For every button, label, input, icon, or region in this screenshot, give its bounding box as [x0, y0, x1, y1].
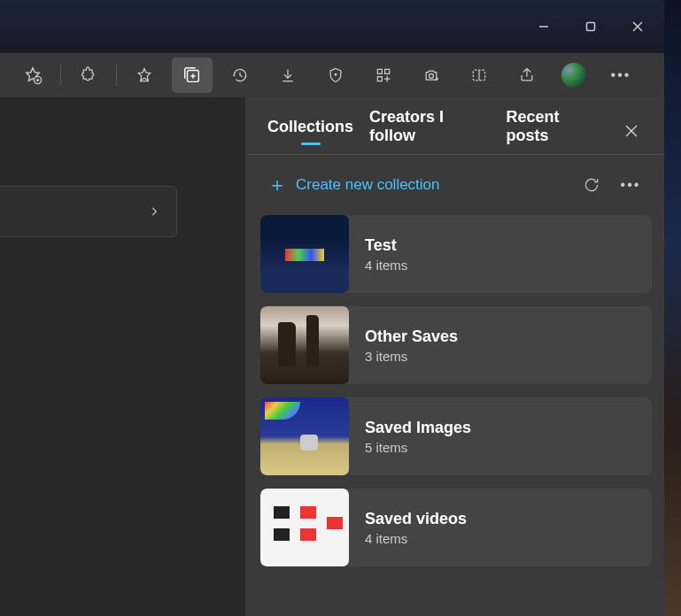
collection-thumbnail — [260, 215, 349, 293]
window-minimize-button[interactable] — [523, 12, 563, 41]
screenshot-icon[interactable] — [411, 58, 452, 93]
svg-rect-16 — [377, 77, 382, 81]
collection-subtitle: 4 items — [365, 258, 407, 273]
tab-creators[interactable]: Creators I follow — [369, 108, 491, 154]
more-icon[interactable]: ••• — [600, 58, 641, 93]
create-collection-button[interactable]: Create new collection — [296, 176, 440, 194]
svg-point-19 — [429, 73, 434, 78]
close-panel-button[interactable] — [619, 118, 645, 144]
chevron-right-icon — [148, 205, 160, 218]
profile-avatar[interactable] — [561, 63, 586, 88]
collection-title: Saved Images — [365, 419, 471, 437]
collection-subtitle: 3 items — [365, 349, 458, 364]
svg-rect-1 — [586, 23, 594, 31]
desktop-wallpaper-edge — [664, 0, 681, 616]
panel-actions: ＋ Create new collection ••• — [248, 155, 664, 215]
collection-thumbnail — [260, 489, 349, 566]
collection-text: Saved videos 4 items — [349, 510, 483, 546]
content-area: Collections Creators I follow Recent pos… — [0, 97, 664, 616]
collection-text: Saved Images 5 items — [349, 419, 487, 455]
collections-list: Test 4 items Other Saves 3 items Saved I… — [248, 215, 664, 566]
collections-panel: Collections Creators I follow Recent pos… — [248, 97, 664, 616]
extensions-icon[interactable] — [68, 58, 109, 93]
collection-item[interactable]: Saved videos 4 items — [260, 489, 652, 566]
tab-collections[interactable]: Collections — [267, 118, 353, 145]
collection-item[interactable]: Other Saves 3 items — [260, 306, 652, 384]
tab-recent-posts[interactable]: Recent posts — [507, 108, 603, 154]
page-card[interactable] — [0, 186, 177, 237]
collection-title: Test — [365, 236, 407, 255]
downloads-icon[interactable] — [267, 58, 308, 93]
panel-more-button[interactable]: ••• — [616, 171, 645, 199]
refresh-button[interactable] — [577, 171, 606, 199]
panel-tabs: Collections Creators I follow Recent pos… — [248, 97, 664, 154]
window-titlebar — [0, 0, 664, 53]
share-icon[interactable] — [507, 58, 547, 93]
collection-title: Other Saves — [365, 327, 458, 346]
plus-icon: ＋ — [267, 175, 285, 195]
window-maximize-button[interactable] — [570, 12, 610, 41]
svg-rect-15 — [385, 69, 390, 73]
collections-icon[interactable] — [172, 58, 213, 93]
add-favorite-icon[interactable] — [12, 58, 53, 93]
collection-subtitle: 4 items — [365, 531, 467, 546]
apps-icon[interactable] — [363, 58, 404, 93]
collection-subtitle: 5 items — [365, 440, 471, 455]
toolbar-divider — [60, 65, 61, 86]
split-screen-icon[interactable] — [459, 58, 499, 93]
security-icon[interactable] — [315, 58, 356, 93]
history-icon[interactable] — [220, 58, 260, 93]
toolbar-divider — [116, 65, 117, 86]
svg-rect-14 — [377, 69, 382, 73]
page-content-left — [0, 97, 248, 616]
favorites-star-icon[interactable] — [124, 58, 165, 93]
collection-thumbnail — [260, 397, 349, 475]
collection-text: Other Saves 3 items — [349, 327, 474, 364]
collection-title: Saved videos — [365, 510, 467, 528]
window-close-button[interactable] — [617, 12, 657, 41]
collection-thumbnail — [260, 306, 349, 384]
collection-item[interactable]: Test 4 items — [260, 215, 652, 293]
collection-text: Test 4 items — [349, 236, 423, 273]
browser-toolbar: ••• — [0, 53, 664, 97]
svg-point-13 — [335, 73, 337, 75]
collection-item[interactable]: Saved Images 5 items — [260, 397, 652, 475]
